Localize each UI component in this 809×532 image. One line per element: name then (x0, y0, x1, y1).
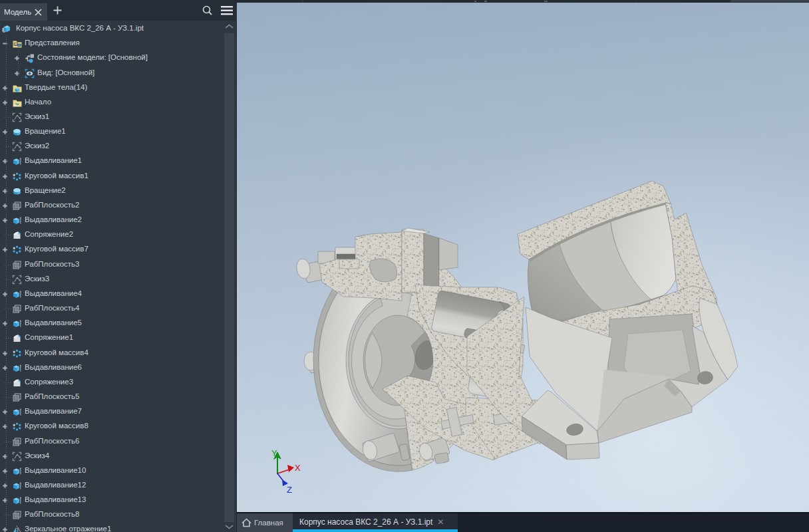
svg-text:X: X (295, 463, 301, 473)
svg-text:Y: Y (271, 448, 277, 458)
svg-text:Z: Z (287, 485, 292, 495)
